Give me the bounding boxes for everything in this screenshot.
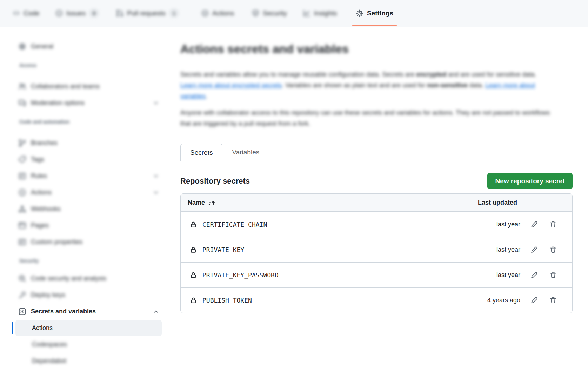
desc-text: and are used for sensitive data. [446, 71, 536, 78]
pencil-icon [530, 271, 538, 279]
sidebar-item-label: Code security and analysis [31, 275, 106, 282]
delete-secret-button[interactable] [548, 219, 558, 230]
desc-bold-encrypted: encrypted [416, 71, 446, 78]
nav-label: Insights [314, 9, 337, 17]
nav-label: Issues [66, 9, 86, 17]
sidebar-subitem-dependabot[interactable]: Dependabot [12, 353, 162, 369]
sidebar-item-label: Pages [31, 222, 49, 229]
tab-actions[interactable]: Actions [197, 0, 238, 26]
trash-icon [549, 297, 557, 304]
desc-text: . Variables are shown as plain text and … [282, 82, 427, 89]
lock-icon [190, 272, 197, 279]
link-encrypted-secrets[interactable]: Learn more about encrypted secrets [180, 82, 282, 89]
sidebar-item-tags[interactable]: Tags [12, 151, 162, 168]
sidebar-item-webhooks[interactable]: Webhooks [12, 201, 162, 217]
chevron-down-icon [153, 190, 159, 196]
tab-label: Secrets [190, 149, 213, 157]
sidebar-subitem-codespaces[interactable]: Codespaces [12, 336, 162, 353]
secret-name: PUBLISH_TOKEN [202, 297, 252, 304]
sidebar-item-custom-properties[interactable]: Custom properties [12, 234, 162, 250]
delete-secret-button[interactable] [548, 295, 558, 306]
comment-discussion-icon [18, 99, 26, 107]
issue-opened-icon [55, 9, 63, 17]
sidebar-item-code-security[interactable]: Code security and analysis [12, 270, 162, 287]
tab-label: Variables [232, 148, 259, 156]
issues-count-badge: 8 [89, 9, 99, 18]
trash-icon [549, 221, 557, 228]
sidebar-item-actions[interactable]: Actions [12, 184, 162, 201]
secret-name: PRIVATE_KEY [202, 246, 244, 253]
tab-security[interactable]: Security [248, 0, 291, 26]
sidebar-item-label: Dependabot [32, 357, 66, 365]
pull-requests-count-badge: 1 [169, 9, 179, 18]
sidebar-item-label: Secrets and variables [31, 308, 96, 315]
people-icon [18, 82, 26, 91]
sidebar-item-pages[interactable]: Pages [12, 217, 162, 234]
tab-insights[interactable]: Insights [299, 0, 341, 26]
tab-secrets[interactable]: Secrets [180, 144, 222, 161]
sidebar-item-label: Branches [31, 139, 58, 147]
table-row: CERTIFICATE_CHAIN last year [181, 212, 572, 237]
trash-icon [549, 246, 557, 253]
column-header-name: Name [188, 199, 205, 206]
tab-issues[interactable]: Issues 8 [51, 0, 103, 26]
edit-secret-button[interactable] [529, 219, 539, 230]
desc-text: Secrets and variables allow you to manag… [180, 71, 416, 78]
edit-secret-button[interactable] [529, 245, 539, 255]
secrets-table-header: Name Last updated [181, 194, 572, 212]
sidebar-divider [12, 114, 162, 114]
sidebar-divider [12, 58, 162, 58]
key-asterisk-icon [18, 307, 26, 316]
sidebar-item-branches[interactable]: Branches [12, 135, 162, 151]
sidebar-divider [12, 253, 162, 253]
secret-last-updated: last year [496, 221, 520, 228]
tab-code[interactable]: Code [8, 0, 44, 26]
sidebar-item-moderation-options[interactable]: Moderation options [12, 95, 162, 111]
rules-icon [18, 172, 26, 180]
chevron-down-icon [153, 100, 159, 106]
nav-label: Actions [212, 9, 234, 17]
sidebar-item-rules[interactable]: Rules [12, 168, 162, 184]
nav-label: Code [24, 9, 39, 17]
sidebar-item-label: Tags [31, 156, 44, 163]
play-icon [201, 9, 209, 17]
sidebar-divider [12, 372, 162, 372]
sidebar-item-label: Actions [31, 189, 52, 196]
code-icon [13, 9, 20, 17]
sidebar-item-label: Webhooks [31, 205, 61, 213]
sidebar-item-deploy-keys[interactable]: Deploy keys [12, 287, 162, 303]
sidebar-section-security: Security [12, 256, 162, 265]
edit-secret-button[interactable] [529, 295, 539, 306]
gear-icon [18, 42, 26, 51]
sort-ascending-icon[interactable] [208, 199, 215, 206]
page-description: Secrets and variables allow you to manag… [180, 69, 573, 129]
pencil-icon [530, 246, 538, 254]
tab-settings[interactable]: Settings [352, 0, 397, 26]
edit-secret-button[interactable] [529, 270, 539, 280]
main-content: Actions secrets and variables Secrets an… [180, 37, 573, 313]
sidebar-item-general[interactable]: General [12, 38, 162, 55]
tab-pull-requests[interactable]: Pull requests 1 [112, 0, 183, 26]
sidebar-item-secrets-and-variables[interactable]: Secrets and variables [12, 303, 162, 320]
tab-variables[interactable]: Variables [222, 144, 269, 161]
page-title: Actions secrets and variables [180, 41, 573, 56]
lock-icon [190, 297, 197, 304]
delete-secret-button[interactable] [548, 270, 558, 280]
new-repository-secret-button[interactable]: New repository secret [487, 173, 573, 189]
trash-icon [549, 271, 557, 279]
lock-icon [190, 221, 197, 228]
sidebar-item-label: General [31, 43, 53, 50]
secret-name: PRIVATE_KEY_PASSWORD [202, 271, 279, 279]
sidebar-item-label: Collaborators and teams [31, 83, 100, 90]
desc-text: . [206, 93, 207, 100]
codescan-icon [18, 275, 26, 283]
delete-secret-button[interactable] [548, 245, 558, 255]
play-icon [18, 188, 26, 197]
sidebar-item-label: Custom properties [31, 238, 82, 246]
sidebar-item-collaborators[interactable]: Collaborators and teams [12, 78, 162, 95]
sidebar-subitem-actions[interactable]: Actions [15, 320, 162, 336]
repository-secrets-heading: Repository secrets [180, 177, 250, 186]
nav-label: Security [263, 9, 287, 17]
pencil-icon [530, 221, 538, 229]
git-branch-icon [18, 139, 26, 147]
